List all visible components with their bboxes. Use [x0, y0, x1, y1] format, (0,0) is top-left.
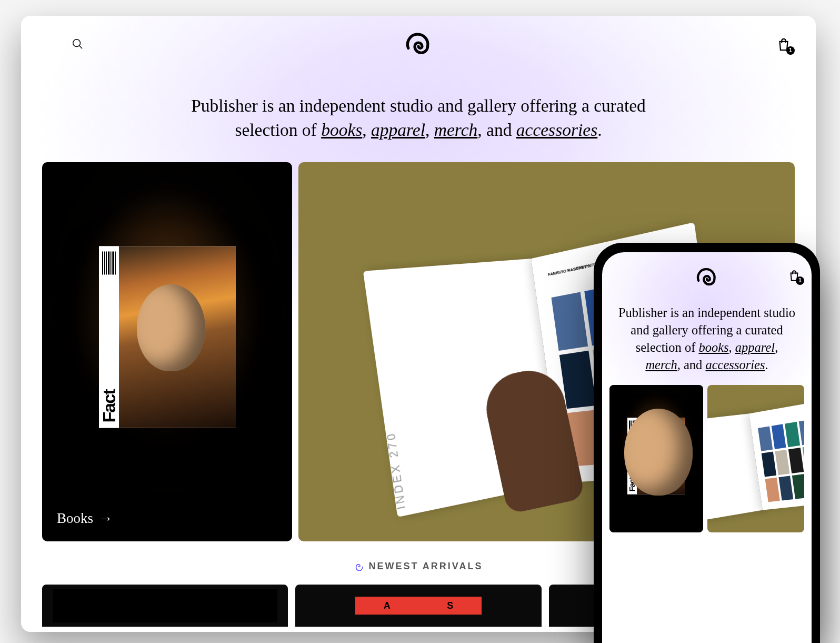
cart-count-badge: 1 — [796, 276, 804, 285]
category-card-books[interactable]: Fact Books → — [42, 162, 292, 541]
magazine-mock: Fact — [627, 418, 685, 494]
brand-logo-icon[interactable] — [404, 32, 433, 61]
magazine-mock: Fact — [99, 246, 236, 428]
magazine-title: Fact — [100, 390, 118, 422]
arrow-right-icon: → — [98, 510, 113, 527]
mobile-device-frame: 1 Publisher is an independent studio and… — [594, 243, 820, 643]
newest-label: NEWEST ARRIVALS — [368, 561, 483, 571]
arrival-card[interactable] — [42, 585, 288, 627]
link-merch[interactable]: merch — [645, 358, 677, 372]
hero-tagline: Publisher is an independent studio and g… — [182, 94, 655, 142]
card-label: Books → — [57, 510, 113, 527]
svg-line-1 — [79, 46, 82, 48]
portrait-graphic — [137, 284, 205, 371]
page-folio: INDEX 270 — [384, 431, 408, 511]
hero-tagline: Publisher is an independent studio and g… — [617, 304, 797, 373]
brand-logo-icon[interactable] — [695, 267, 719, 291]
site-header: 1 — [21, 16, 816, 68]
svg-point-0 — [73, 39, 81, 47]
link-accessories[interactable]: accessories — [516, 120, 597, 140]
mobile-viewport: 1 Publisher is an independent studio and… — [602, 252, 812, 643]
search-icon[interactable] — [72, 38, 83, 50]
barcode-icon — [102, 251, 116, 274]
hero-grid: Fact — [609, 385, 804, 532]
category-card-reading[interactable] — [707, 385, 804, 532]
category-card-books[interactable]: Fact — [609, 385, 703, 532]
link-apparel[interactable]: apparel — [735, 340, 775, 354]
link-accessories[interactable]: accessories — [706, 358, 765, 372]
link-books[interactable]: books — [321, 120, 362, 140]
cart-button[interactable]: 1 — [776, 37, 792, 53]
cart-count-badge: 1 — [786, 46, 795, 55]
link-apparel[interactable]: apparel — [371, 120, 425, 140]
link-merch[interactable]: merch — [434, 120, 477, 140]
link-books[interactable]: books — [698, 340, 728, 354]
spiral-bullet-icon — [354, 561, 363, 571]
arrival-card[interactable]: A S — [295, 585, 541, 627]
site-header: 1 — [602, 252, 812, 300]
cart-button[interactable]: 1 — [787, 269, 801, 283]
